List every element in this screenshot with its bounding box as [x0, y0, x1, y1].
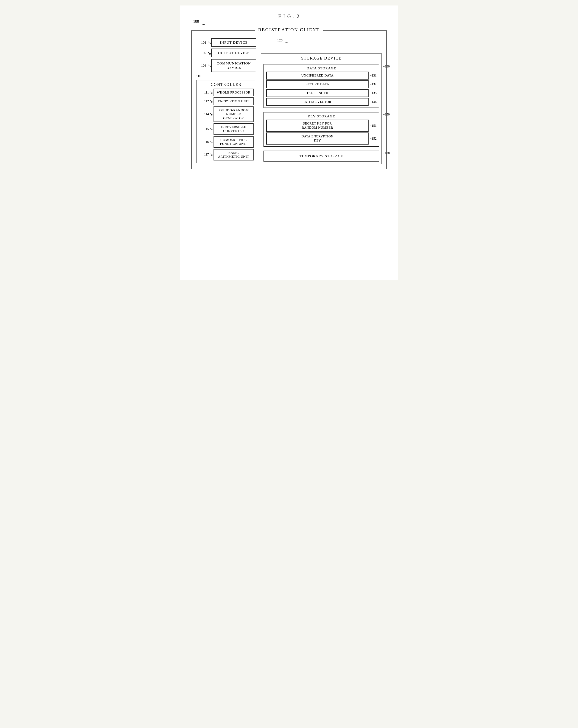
brace-100: ⌒: [201, 23, 206, 31]
device-stack: 101 ↘ INPUT DEVICE 102 ↘ OUTPUT DEVICE 1…: [196, 38, 256, 74]
unciphered-data-box: UNCIPHERED DATA: [266, 72, 369, 80]
ref-131: ⌐131: [370, 74, 377, 78]
key-storage-container: ⌐150 KEY STORAGE SECRET KEY FORRANDOM NU…: [263, 112, 379, 147]
device-item-101: 101 ↘ INPUT DEVICE: [196, 38, 256, 47]
secure-data-box: SECURE DATA: [266, 80, 369, 88]
ref-102: 102: [196, 51, 207, 55]
brace-102: ↘: [207, 50, 211, 56]
ref-111: 111: [199, 90, 210, 95]
left-column: 101 ↘ INPUT DEVICE 102 ↘ OUTPUT DEVICE 1…: [196, 38, 256, 164]
ref-132: ⌐132: [370, 82, 377, 86]
key-storage-box: KEY STORAGE SECRET KEY FORRANDOM NUMBER …: [263, 112, 379, 147]
ref-112: 112: [199, 99, 210, 103]
sub-item-135: TAG LENGTH ⌐135: [266, 89, 377, 97]
storage-outer: STORAGE DEVICE ⌐130 DATA STORAGE UNCIPHE…: [261, 53, 382, 164]
device-item-102: 102 ↘ OUTPUT DEVICE: [196, 49, 256, 57]
brace-111: ↘: [210, 90, 213, 95]
ref-110: 110: [196, 74, 201, 78]
ref-103: 103: [196, 63, 207, 68]
ctrl-item-114: 114 ↘ PSEUDO-RANDOMNUMBER GENERATOR: [199, 106, 254, 122]
ref-135: ⌐135: [370, 91, 377, 95]
sub-item-131: UNCIPHERED DATA ⌐131: [266, 72, 377, 80]
outer-box-label: REGISTRATION CLIENT: [255, 27, 323, 33]
diagram-container: F I G . 2 100 ⌒ REGISTRATION CLIENT 101 …: [191, 14, 387, 169]
initial-vector-box: INITIAL VECTOR: [266, 98, 369, 106]
brace-120: ⌒: [284, 42, 289, 49]
ref-151: ⌐151: [370, 124, 377, 128]
data-storage-items: UNCIPHERED DATA ⌐131 SECURE DATA ⌐132: [266, 72, 377, 106]
ref-101: 101: [196, 40, 207, 45]
ref-117: 117: [199, 153, 210, 157]
key-storage-items: SECRET KEY FORRANDOM NUMBER ⌐151 DATA EN…: [266, 120, 377, 145]
ref-100: 100: [193, 20, 199, 24]
brace-114: ↘: [210, 112, 213, 116]
device-item-103: 103 ↘ COMMUNICATIONDEVICE: [196, 59, 256, 72]
page: F I G . 2 100 ⌒ REGISTRATION CLIENT 101 …: [180, 5, 398, 280]
right-column: 120 ⌒ STORAGE DEVICE ⌐130 DATA STORAGE: [261, 38, 382, 164]
ctrl-item-111: 111 ↘ WHOLE PROCESSOR: [199, 88, 254, 96]
ref-120: 120: [277, 38, 283, 43]
figure-title: F I G . 2: [191, 14, 387, 20]
sub-item-132: SECURE DATA ⌐132: [266, 80, 377, 88]
brace-117: ↘: [210, 152, 213, 157]
output-device-box: OUTPUT DEVICE: [211, 49, 256, 57]
whole-processor-box: WHOLE PROCESSOR: [213, 88, 254, 96]
ctrl-item-117: 117 ↘ BASICARITHMETIC UNIT: [199, 149, 254, 161]
homomorphic-function-box: HOMOMORPHICFUNCTION UNIT: [213, 136, 254, 148]
sub-item-151: SECRET KEY FORRANDOM NUMBER ⌐151: [266, 120, 377, 132]
controller-box: CONTROLLER 111 ↘ WHOLE PROCESSOR 112: [196, 80, 256, 163]
ref-150: ⌐150: [383, 112, 390, 116]
irreversible-converter-box: IRREVERSIBLECONVERTER: [213, 123, 254, 135]
ref-180: ⌐180: [383, 151, 390, 155]
data-storage-title: DATA STORAGE: [266, 66, 377, 71]
controller-label: CONTROLLER: [199, 83, 254, 87]
data-storage-container: ⌐130 DATA STORAGE UNCIPHERED DATA ⌐131: [263, 64, 379, 108]
temp-storage-box: TEMPORARY STORAGE: [263, 151, 379, 161]
tag-length-box: TAG LENGTH: [266, 89, 369, 97]
key-storage-title: KEY STORAGE: [266, 114, 377, 119]
controller-items: 111 ↘ WHOLE PROCESSOR 112 ↘ ENCRYPTION U…: [199, 88, 254, 160]
ctrl-item-115: 115 ↘ IRREVERSIBLECONVERTER: [199, 123, 254, 135]
ref-116: 116: [199, 140, 210, 144]
ref-115: 115: [199, 127, 210, 131]
brace-103: ↘: [207, 63, 211, 68]
brace-101: ↘: [207, 40, 211, 45]
ref-114: 114: [199, 112, 210, 116]
storage-ref-container: 120 ⌒: [261, 38, 382, 48]
secret-key-box: SECRET KEY FORRANDOM NUMBER: [266, 120, 369, 132]
data-encryption-key-box: DATA ENCRYPTIONKEY: [266, 132, 369, 145]
sub-item-152: DATA ENCRYPTIONKEY ⌐152: [266, 132, 377, 145]
ref-152: ⌐152: [370, 137, 377, 141]
outer-box: REGISTRATION CLIENT 101 ↘ INPUT DEVICE: [191, 30, 387, 169]
input-device-box: INPUT DEVICE: [211, 38, 256, 47]
ref-130: ⌐130: [383, 64, 390, 69]
temp-storage-container: ⌐180 TEMPORARY STORAGE: [263, 151, 379, 161]
sub-item-136: INITIAL VECTOR ⌐136: [266, 98, 377, 106]
ctrl-item-112: 112 ↘ ENCRYPTION UNIT: [199, 97, 254, 105]
storage-label: STORAGE DEVICE: [263, 56, 379, 61]
brace-115: ↘: [210, 127, 213, 131]
brace-112: ↘: [210, 99, 213, 104]
ctrl-item-116: 116 ↘ HOMOMORPHICFUNCTION UNIT: [199, 136, 254, 148]
ref-136: ⌐136: [370, 100, 377, 104]
inner-layout: 101 ↘ INPUT DEVICE 102 ↘ OUTPUT DEVICE 1…: [196, 38, 382, 164]
data-storage-box: DATA STORAGE UNCIPHERED DATA ⌐131 SECURE…: [263, 64, 379, 108]
encryption-unit-box: ENCRYPTION UNIT: [213, 97, 254, 105]
basic-arithmetic-box: BASICARITHMETIC UNIT: [213, 149, 254, 161]
communication-device-box: COMMUNICATIONDEVICE: [211, 59, 256, 72]
pseudo-random-box: PSEUDO-RANDOMNUMBER GENERATOR: [213, 106, 254, 122]
brace-116: ↘: [210, 139, 213, 144]
